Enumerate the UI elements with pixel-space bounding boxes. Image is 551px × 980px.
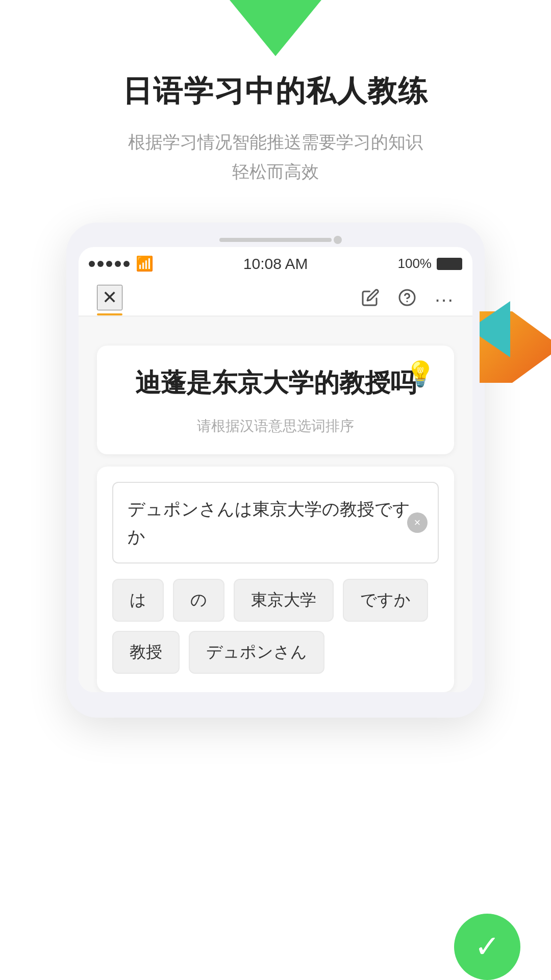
- help-icon[interactable]: [398, 288, 416, 311]
- nav-underline: [97, 313, 122, 315]
- word-chip-kyouju[interactable]: 教授: [112, 631, 180, 674]
- more-icon[interactable]: ···: [435, 289, 454, 311]
- answer-text: デュポンさんは東京大学の教授ですか: [128, 499, 410, 546]
- battery-percent: 100%: [397, 256, 432, 272]
- confirm-button[interactable]: ✓: [454, 914, 520, 980]
- word-chip-tokyo[interactable]: 東京大学: [234, 579, 334, 622]
- phone-mockup: 📶 10:08 AM 100% ✕: [66, 223, 485, 718]
- wifi-icon: 📶: [136, 255, 154, 272]
- signal-dots: [89, 261, 130, 267]
- clear-icon: ×: [414, 513, 421, 531]
- sub-title-line1: 根据学习情况智能推送需要学习的知识: [128, 132, 423, 152]
- close-button[interactable]: ✕: [97, 285, 122, 310]
- lesson-card: 💡 迪蓬是东京大学的教授吗 请根据汉语意思选词排序: [97, 346, 454, 454]
- sub-title: 根据学习情况智能推送需要学习的知识 轻松而高效: [128, 128, 423, 187]
- lesson-question: 迪蓬是东京大学的教授吗: [117, 364, 434, 402]
- nav-left: ✕: [97, 285, 122, 315]
- hint-icon: 💡: [405, 360, 436, 388]
- status-right: 100%: [397, 256, 462, 272]
- answer-input-box[interactable]: デュポンさんは東京大学の教授ですか ×: [112, 482, 439, 564]
- top-triangle-decoration: [230, 0, 321, 56]
- checkmark-icon: ✓: [474, 932, 500, 962]
- phone-top-bar: [66, 238, 485, 247]
- word-chip-no[interactable]: の: [173, 579, 224, 622]
- teal-arrow: [480, 301, 510, 357]
- word-chips-container: は の 東京大学 ですか 教授: [112, 579, 439, 674]
- right-decoration: [480, 296, 551, 388]
- word-chip-ha[interactable]: は: [112, 579, 164, 622]
- app-navbar: ✕: [79, 277, 472, 317]
- scroll-dot: [334, 236, 342, 244]
- nav-right: ···: [361, 288, 454, 311]
- word-chip-dupon[interactable]: デュポンさん: [189, 631, 324, 674]
- status-bar: 📶 10:08 AM 100%: [79, 247, 472, 277]
- main-title: 日语学习中的私人教练: [122, 71, 429, 111]
- word-chip-desuka[interactable]: ですか: [343, 579, 428, 622]
- lesson-instruction: 请根据汉语意思选词排序: [117, 416, 434, 436]
- status-time: 10:08 AM: [243, 255, 308, 273]
- sub-title-line2: 轻松而高效: [232, 162, 319, 181]
- status-left: 📶: [89, 255, 154, 272]
- battery-icon: [437, 258, 462, 270]
- edit-icon[interactable]: [361, 288, 380, 311]
- page-content: 日语学习中的私人教练 根据学习情况智能推送需要学习的知识 轻松而高效: [0, 0, 551, 718]
- scroll-indicator: [219, 238, 332, 242]
- clear-answer-button[interactable]: ×: [407, 512, 428, 533]
- answer-card: デュポンさんは東京大学の教授ですか × は の: [97, 467, 454, 693]
